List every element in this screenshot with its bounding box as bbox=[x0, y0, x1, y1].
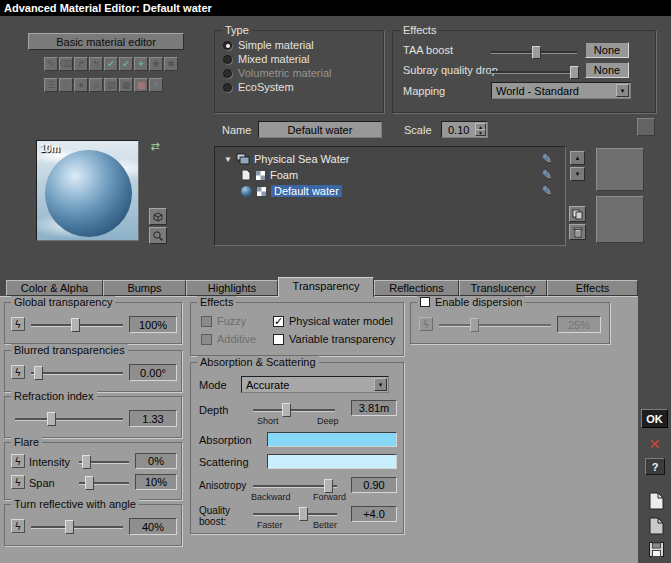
flare-intensity-value[interactable]: 0% bbox=[135, 453, 177, 469]
save-to-disk-button[interactable] bbox=[646, 540, 666, 558]
blurred-slider[interactable] bbox=[31, 372, 123, 375]
global-transparency-function-button[interactable]: ϟ bbox=[11, 317, 25, 331]
preview-object-button[interactable] bbox=[149, 208, 167, 225]
tab-color-alpha[interactable]: Color & Alpha bbox=[6, 280, 103, 296]
global-transparency-slider[interactable] bbox=[31, 324, 123, 327]
depth-slider-thumb[interactable] bbox=[282, 403, 291, 417]
tree-expander-icon[interactable]: ▼ bbox=[224, 155, 232, 164]
radio-mixed-material[interactable]: Mixed material bbox=[223, 53, 310, 65]
subray-quality-slider-thumb[interactable] bbox=[570, 66, 579, 79]
depth-value[interactable]: 3.81m bbox=[351, 400, 397, 416]
material-tool-list-icon[interactable]: ☰ bbox=[44, 78, 58, 92]
edit-layer-pen-icon[interactable]: ✎ bbox=[542, 152, 552, 166]
layer-thumbnail-bottom[interactable] bbox=[596, 196, 644, 243]
material-tool-grid-icon[interactable]: ▦ bbox=[119, 78, 133, 92]
tree-row-physical-sea-water[interactable]: ▼ Physical Sea Water ✎ bbox=[224, 151, 558, 167]
tree-row-default-water[interactable]: Default water ✎ bbox=[241, 183, 558, 199]
quality-boost-value[interactable]: +4.0 bbox=[351, 506, 397, 522]
subray-quality-value[interactable]: None bbox=[585, 62, 629, 78]
turn-reflective-slider[interactable] bbox=[31, 526, 123, 529]
material-tool-edit-icon[interactable]: ✎ bbox=[44, 57, 58, 71]
layer-thumbnail-top[interactable] bbox=[596, 148, 644, 191]
flare-intensity-slider-thumb[interactable] bbox=[82, 455, 91, 469]
scattering-color-swatch[interactable] bbox=[267, 454, 397, 469]
tab-translucency[interactable]: Translucency bbox=[459, 280, 547, 296]
edit-layer-pen-icon[interactable]: ✎ bbox=[542, 184, 552, 198]
chevron-down-icon[interactable]: ▼ bbox=[374, 378, 387, 391]
tab-highlights[interactable]: Highlights bbox=[186, 280, 278, 296]
material-tool-face-icon[interactable]: ☺ bbox=[89, 78, 103, 92]
refraction-slider[interactable] bbox=[15, 418, 123, 421]
taa-boost-value[interactable]: None bbox=[585, 42, 629, 58]
turn-reflective-slider-thumb[interactable] bbox=[65, 520, 74, 534]
material-tool-export-icon[interactable]: ↱ bbox=[74, 57, 88, 71]
tab-bumps[interactable]: Bumps bbox=[103, 280, 186, 296]
ok-button[interactable]: OK bbox=[641, 409, 668, 428]
variable-transparency-checkbox[interactable]: Variable transparency bbox=[273, 333, 395, 345]
move-layer-down-button[interactable]: ▼ bbox=[570, 167, 585, 181]
material-layer-tree[interactable]: ▼ Physical Sea Water ✎ Foam ✎ Default wa… bbox=[214, 146, 566, 246]
taa-boost-slider[interactable] bbox=[491, 51, 577, 54]
scale-stepper[interactable]: 0.10 ▲ ▼ bbox=[441, 121, 488, 138]
global-transparency-value[interactable]: 100% bbox=[129, 316, 177, 333]
anisotropy-value[interactable]: 0.90 bbox=[351, 477, 397, 493]
anisotropy-slider[interactable] bbox=[253, 485, 337, 488]
material-tool-validate2-icon[interactable]: ✔ bbox=[119, 57, 133, 71]
quality-boost-slider-thumb[interactable] bbox=[299, 507, 308, 521]
material-tool-gem-icon[interactable]: ✧ bbox=[149, 78, 163, 92]
absorption-color-swatch[interactable] bbox=[267, 432, 397, 447]
add-layer-button[interactable] bbox=[637, 118, 655, 136]
material-tool-pattern-icon[interactable]: ▩ bbox=[134, 78, 148, 92]
flare-span-value[interactable]: 10% bbox=[135, 474, 177, 490]
tree-row-foam[interactable]: Foam ✎ bbox=[241, 167, 558, 183]
turn-reflective-function-button[interactable]: ϟ bbox=[11, 519, 25, 533]
blurred-value[interactable]: 0.00° bbox=[129, 364, 177, 381]
name-field[interactable]: Default water bbox=[258, 121, 382, 138]
flare-span-slider[interactable] bbox=[79, 482, 129, 485]
spinner-down-icon[interactable]: ▼ bbox=[475, 129, 486, 136]
blurred-slider-thumb[interactable] bbox=[34, 366, 43, 380]
tab-reflections[interactable]: Reflections bbox=[374, 280, 459, 296]
load-material-button[interactable] bbox=[646, 490, 666, 512]
material-tool-star-icon[interactable]: ✦ bbox=[134, 57, 148, 71]
subray-quality-slider[interactable] bbox=[491, 71, 577, 74]
depth-slider[interactable] bbox=[253, 409, 335, 412]
save-material-button[interactable] bbox=[646, 515, 666, 537]
radio-ecosystem[interactable]: EcoSystem bbox=[223, 81, 294, 93]
flare-intensity-function-button[interactable]: ϟ bbox=[11, 454, 25, 468]
physical-water-model-checkbox[interactable]: ✓ Physical water model bbox=[273, 315, 393, 327]
taa-boost-slider-thumb[interactable] bbox=[532, 46, 541, 59]
refraction-slider-thumb[interactable] bbox=[47, 412, 56, 426]
material-tool-circle-icon[interactable]: ◌ bbox=[59, 78, 73, 92]
mode-dropdown[interactable]: Accurate ▼ bbox=[241, 376, 389, 393]
material-tool-dot-icon[interactable]: ● bbox=[74, 78, 88, 92]
quality-boost-slider[interactable] bbox=[253, 513, 337, 516]
material-tool-validate-icon[interactable]: ✔ bbox=[104, 57, 118, 71]
move-layer-up-button[interactable]: ▲ bbox=[570, 151, 585, 165]
mapping-dropdown[interactable]: World - Standard ▼ bbox=[491, 82, 631, 99]
material-tool-add-icon[interactable]: ✚ bbox=[149, 57, 163, 71]
edit-layer-pen-icon[interactable]: ✎ bbox=[542, 168, 552, 182]
chevron-down-icon[interactable]: ▼ bbox=[616, 84, 629, 97]
tab-effects[interactable]: Effects bbox=[547, 280, 638, 296]
material-tool-fx-icon[interactable]: ✱ bbox=[164, 57, 178, 71]
flare-span-function-button[interactable]: ϟ bbox=[11, 475, 25, 489]
preview-zoom-button[interactable] bbox=[149, 227, 167, 244]
turn-reflective-value[interactable]: 40% bbox=[129, 518, 177, 535]
refraction-value[interactable]: 1.33 bbox=[129, 410, 177, 427]
enable-dispersion-checkbox[interactable] bbox=[420, 297, 430, 307]
tab-transparency[interactable]: Transparency bbox=[278, 277, 374, 297]
material-tool-erase-icon[interactable]: ⌫ bbox=[59, 57, 73, 71]
flare-span-slider-thumb[interactable] bbox=[85, 476, 94, 490]
help-button[interactable]: ? bbox=[645, 458, 665, 475]
radio-simple-material[interactable]: Simple material bbox=[223, 39, 314, 51]
material-tool-texture-icon[interactable]: ▤ bbox=[104, 78, 118, 92]
blurred-function-button[interactable]: ϟ bbox=[11, 365, 25, 379]
anisotropy-slider-thumb[interactable] bbox=[324, 479, 333, 493]
delete-layer-button[interactable] bbox=[569, 224, 586, 240]
refresh-preview-icon[interactable]: ⇄ bbox=[146, 139, 164, 154]
material-preview[interactable]: 10m bbox=[36, 140, 139, 241]
duplicate-layer-button[interactable] bbox=[569, 206, 586, 222]
global-transparency-slider-thumb[interactable] bbox=[71, 318, 80, 332]
cancel-button[interactable]: ✕ bbox=[644, 435, 665, 453]
